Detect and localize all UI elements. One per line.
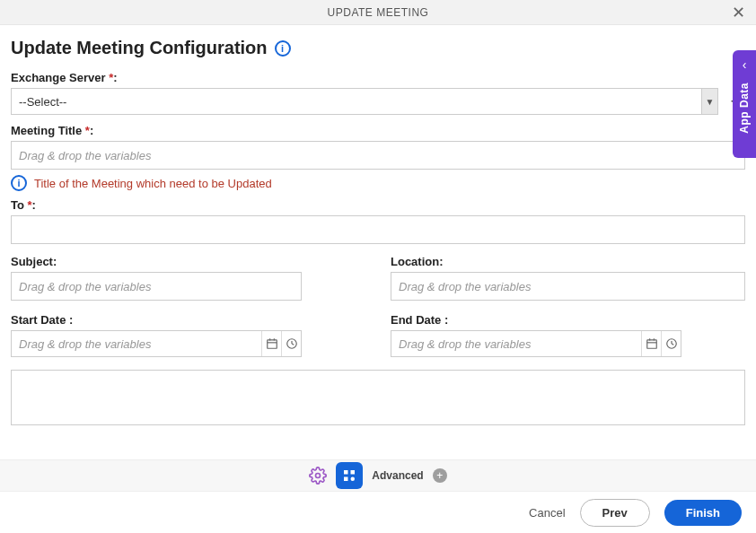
- meeting-title-input[interactable]: [11, 141, 745, 170]
- plus-icon: +: [436, 469, 443, 482]
- start-date-calendar-button[interactable]: [261, 331, 281, 356]
- subject-location-row: Subject: Location:: [11, 255, 745, 301]
- page-title: Update Meeting Configuration: [11, 38, 268, 58]
- gear-icon[interactable]: [309, 467, 327, 485]
- end-date-calendar-button[interactable]: [641, 331, 661, 356]
- chevron-down-icon: ▼: [701, 89, 717, 114]
- calendar-icon: [646, 337, 658, 350]
- info-icon[interactable]: i: [275, 40, 291, 57]
- page-title-row: Update Meeting Configuration i: [11, 38, 745, 58]
- clock-icon: [665, 337, 678, 350]
- start-date-field: Start Date :: [11, 313, 365, 357]
- meeting-title-hint: Title of the Meeting which need to be Up…: [34, 177, 272, 190]
- notes-textarea[interactable]: [11, 370, 745, 425]
- to-input[interactable]: [11, 215, 745, 244]
- exchange-label: Exchange Server *:: [11, 71, 745, 84]
- svg-line-13: [672, 344, 673, 345]
- calendar-icon: [266, 337, 278, 350]
- location-input[interactable]: [391, 272, 745, 301]
- refresh-icon: [341, 467, 357, 484]
- exchange-field: Exchange Server *: --Select-- ▼ +: [11, 71, 745, 115]
- subject-field: Subject:: [11, 255, 365, 301]
- chevron-left-icon: ‹: [743, 57, 747, 72]
- meeting-title-label: Meeting Title *:: [11, 124, 745, 137]
- prev-button[interactable]: Prev: [580, 499, 650, 527]
- svg-point-14: [316, 474, 321, 478]
- location-field: Location:: [391, 255, 745, 301]
- end-date-field: End Date :: [391, 313, 745, 357]
- start-date-label: Start Date :: [11, 313, 365, 327]
- svg-rect-0: [267, 340, 277, 348]
- required-asterisk: *: [109, 71, 113, 84]
- close-icon: ✕: [732, 3, 745, 22]
- bottom-toolbar: Advanced +: [0, 459, 756, 492]
- advanced-label: Advanced: [372, 469, 423, 482]
- info-icon: i: [11, 175, 27, 191]
- subject-label: Subject:: [11, 255, 365, 268]
- svg-rect-7: [646, 340, 656, 348]
- exchange-select-value: --Select--: [12, 89, 701, 114]
- meeting-title-field: Meeting Title *:: [11, 124, 745, 170]
- exchange-select[interactable]: --Select-- ▼: [11, 88, 718, 115]
- end-date-input[interactable]: [391, 331, 641, 356]
- close-button[interactable]: ✕: [729, 4, 747, 22]
- start-date-time-button[interactable]: [281, 331, 301, 356]
- cancel-button[interactable]: Cancel: [529, 506, 565, 520]
- footer: Cancel Prev Finish: [0, 492, 756, 533]
- to-label: To *:: [11, 198, 745, 212]
- end-date-label: End Date :: [391, 313, 745, 327]
- refresh-tile-button[interactable]: [336, 462, 363, 489]
- location-label: Location:: [391, 255, 745, 268]
- required-asterisk: *: [85, 124, 90, 137]
- app-data-side-tab[interactable]: ‹ App Data: [733, 50, 756, 158]
- end-date-time-button[interactable]: [661, 331, 681, 356]
- advanced-add-button[interactable]: +: [433, 468, 447, 483]
- content-area: Update Meeting Configuration i Exchange …: [0, 25, 756, 429]
- side-tab-label: App Data: [738, 83, 751, 134]
- date-row: Start Date : End Date :: [11, 313, 745, 357]
- start-date-input[interactable]: [12, 331, 261, 356]
- clock-icon: [286, 337, 298, 350]
- meeting-title-hint-row: i Title of the Meeting which need to be …: [11, 175, 745, 191]
- titlebar: UPDATE MEETING ✕: [0, 0, 756, 25]
- to-field: To *:: [11, 198, 745, 244]
- finish-button[interactable]: Finish: [664, 500, 742, 526]
- titlebar-title: UPDATE MEETING: [328, 6, 429, 19]
- svg-line-6: [292, 344, 294, 345]
- subject-input[interactable]: [11, 272, 302, 301]
- required-asterisk: *: [28, 198, 32, 212]
